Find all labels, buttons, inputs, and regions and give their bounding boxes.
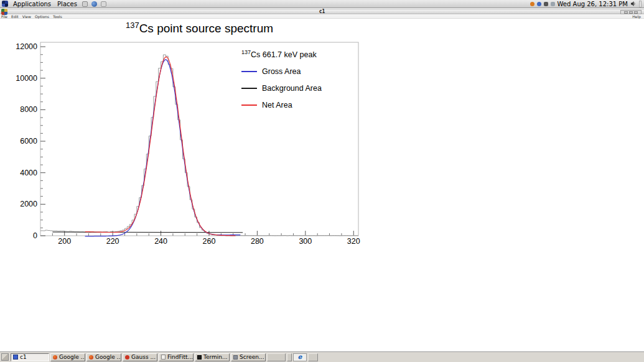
status-icon-network[interactable] bbox=[537, 2, 541, 6]
x-tick-label: 200 bbox=[58, 237, 71, 246]
gauss-doc-icon bbox=[125, 355, 129, 360]
legend-entry: Net Area bbox=[241, 101, 322, 109]
taskbar-blank-button[interactable] bbox=[287, 353, 292, 361]
menu-options[interactable]: Options bbox=[35, 15, 49, 18]
taskbar-item-label: Termin... bbox=[203, 354, 228, 361]
gross-fit-curve bbox=[85, 60, 241, 236]
x-tick-label: 260 bbox=[203, 237, 216, 246]
y-tick-label: 10000 bbox=[16, 74, 37, 83]
legend-entry: Background Area bbox=[241, 84, 322, 93]
taskbar-item-c1[interactable]: c1 bbox=[11, 353, 49, 361]
legend-line-marker bbox=[241, 88, 257, 89]
y-tick-label: 2000 bbox=[20, 200, 37, 208]
terminal-icon bbox=[197, 355, 202, 360]
x-tick-label: 280 bbox=[251, 237, 264, 246]
taskbar-blank-button[interactable] bbox=[267, 353, 286, 361]
y-tick-label: 0 bbox=[33, 231, 37, 240]
browser-icon bbox=[89, 355, 93, 360]
menu-help[interactable]: Help bbox=[632, 15, 643, 18]
document-icon bbox=[161, 355, 166, 360]
net-fit-curve bbox=[85, 57, 236, 236]
taskbar: c1Google ...Google ...Gauss ...FindFitt.… bbox=[0, 351, 644, 362]
y-tick-label: 4000 bbox=[20, 169, 37, 177]
distro-menu-icon[interactable] bbox=[2, 1, 8, 7]
taskbar-item-label: Gauss ... bbox=[131, 354, 156, 361]
taskbar-item-termin[interactable]: Termin... bbox=[195, 353, 230, 361]
taskbar-item-label: Google ... bbox=[95, 354, 121, 361]
legend-line-marker bbox=[241, 71, 257, 72]
screenshot-icon bbox=[233, 355, 238, 360]
maximize-button[interactable] bbox=[629, 11, 633, 14]
status-icon-updates[interactable] bbox=[530, 2, 534, 6]
screenshot-launcher-icon[interactable] bbox=[82, 1, 88, 7]
legend-line-marker bbox=[241, 104, 257, 106]
legend-entry-label: Gross Area bbox=[262, 67, 301, 76]
y-tick-label: 6000 bbox=[20, 137, 37, 146]
canvas-menubar: FileEditViewOptionsToolsHelp bbox=[0, 15, 644, 19]
show-desktop-button[interactable] bbox=[1, 353, 9, 361]
legend: 137Cs 661.7 keV peak Gross AreaBackgroun… bbox=[241, 49, 322, 118]
x-tick-label: 300 bbox=[299, 237, 312, 246]
window-title: c1 bbox=[319, 9, 325, 14]
taskbar-item-google[interactable]: Google ... bbox=[50, 353, 85, 361]
x-tick-label: 220 bbox=[106, 237, 119, 246]
window-titlebar[interactable]: c1 bbox=[0, 9, 644, 14]
legend-header: 137Cs 661.7 keV peak bbox=[241, 49, 322, 59]
legend-entry-label: Net Area bbox=[262, 101, 292, 109]
background-fit-line bbox=[52, 232, 243, 233]
y-tick-label: 12000 bbox=[16, 42, 37, 51]
browser-launcher-icon[interactable] bbox=[91, 1, 97, 7]
status-icon-power[interactable] bbox=[551, 2, 555, 6]
taskbar-item-screen[interactable]: Screen... bbox=[231, 353, 266, 361]
applications-menu[interactable]: Applications bbox=[12, 0, 52, 8]
legend-entry: Gross Area bbox=[241, 67, 322, 76]
taskbar-item-label: FindFitt... bbox=[167, 354, 193, 361]
browser-icon bbox=[53, 355, 57, 360]
clock[interactable]: Wed Aug 26, 12:31 PM bbox=[558, 0, 628, 8]
speaker-icon[interactable] bbox=[630, 1, 637, 7]
window-controls bbox=[620, 10, 642, 14]
taskbar-item-gauss[interactable]: Gauss ... bbox=[123, 353, 157, 361]
plot-title: 137Cs point source spectrum bbox=[40, 21, 358, 35]
menu-view[interactable]: View bbox=[22, 15, 31, 18]
taskbar-item-google[interactable]: Google ... bbox=[86, 353, 121, 361]
close-button[interactable] bbox=[634, 11, 638, 14]
root-canvas-icon bbox=[13, 355, 18, 360]
y-tick-label: 8000 bbox=[20, 105, 37, 114]
plot-title-superscript: 137 bbox=[126, 21, 139, 30]
places-menu[interactable]: Places bbox=[56, 0, 78, 8]
x-tick-label: 240 bbox=[154, 237, 167, 246]
taskbar-item-label: c1 bbox=[20, 354, 27, 361]
panel-edge-handle[interactable] bbox=[639, 1, 642, 7]
menu-edit[interactable]: Edit bbox=[11, 15, 19, 18]
taskbar-item-findfitt[interactable]: FindFitt... bbox=[159, 353, 194, 361]
menu-tools[interactable]: Tools bbox=[53, 15, 62, 18]
top-panel: Applications Places Wed Aug 26, 12:31 PM bbox=[0, 0, 644, 8]
browser-globe-icon[interactable]: e bbox=[293, 353, 307, 361]
folder-launcher-icon[interactable] bbox=[101, 1, 106, 7]
taskbar-blank-button[interactable] bbox=[308, 353, 318, 361]
taskbar-item-label: Google ... bbox=[59, 354, 85, 361]
minimize-button[interactable] bbox=[624, 11, 628, 14]
status-icon-input[interactable] bbox=[544, 2, 548, 6]
spectrum-plot[interactable]: 2002202402602803003200200040006000800010… bbox=[0, 19, 644, 351]
x-tick-label: 320 bbox=[347, 237, 360, 246]
menu-file[interactable]: File bbox=[1, 15, 7, 18]
legend-entry-label: Background Area bbox=[262, 84, 322, 93]
taskbar-item-label: Screen... bbox=[240, 354, 264, 361]
root-canvas-area[interactable]: 137Cs point source spectrum 200220240260… bbox=[0, 19, 644, 351]
